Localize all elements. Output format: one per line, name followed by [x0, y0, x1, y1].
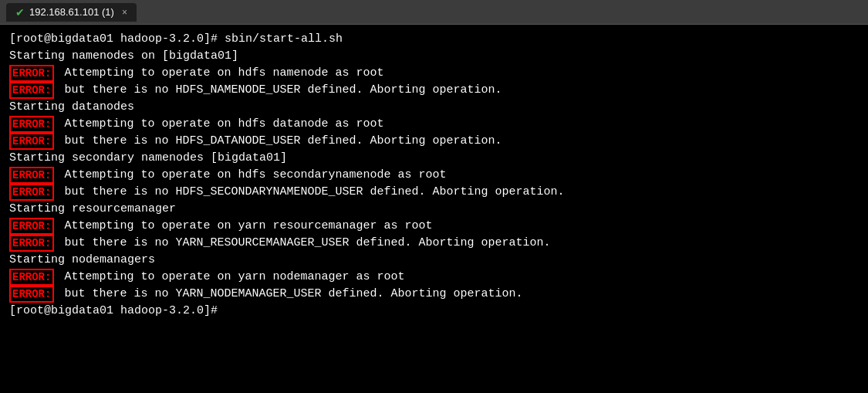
- error-badge: ERROR:: [9, 184, 54, 201]
- terminal-line: Starting nodemanagers: [9, 252, 859, 269]
- error-badge: ERROR:: [9, 235, 54, 252]
- terminal-line: Starting namenodes on [bigdata01]: [9, 48, 859, 65]
- error-message: Attempting to operate on hdfs datanode a…: [57, 116, 383, 133]
- error-badge: ERROR:: [9, 133, 54, 150]
- terminal-text: Starting secondary namenodes [bigdata01]: [9, 150, 287, 167]
- terminal-line: Starting datanodes: [9, 99, 859, 116]
- error-badge: ERROR:: [9, 218, 54, 235]
- terminal-line: ERROR: Attempting to operate on yarn nod…: [9, 269, 859, 286]
- terminal-line: ERROR: but there is no YARN_NODEMANAGER_…: [9, 286, 859, 303]
- error-badge: ERROR:: [9, 167, 54, 184]
- terminal-line: [root@bigdata01 hadoop-3.2.0]# sbin/star…: [9, 31, 859, 48]
- terminal-tab[interactable]: ✔ 192.168.61.101 (1) ×: [6, 3, 137, 22]
- title-bar: ✔ 192.168.61.101 (1) ×: [0, 0, 868, 25]
- error-badge: ERROR:: [9, 82, 54, 99]
- terminal-line: ERROR: but there is no HDFS_SECONDARYNAM…: [9, 184, 859, 201]
- error-message: Attempting to operate on hdfs namenode a…: [57, 65, 383, 82]
- terminal-line: [root@bigdata01 hadoop-3.2.0]#: [9, 303, 859, 320]
- terminal-text: Starting datanodes: [9, 99, 134, 116]
- error-badge: ERROR:: [9, 269, 54, 286]
- error-message: but there is no YARN_RESOURCEMANAGER_USE…: [57, 235, 550, 252]
- tab-label: 192.168.61.101 (1): [29, 6, 114, 18]
- terminal-text: Starting nodemanagers: [9, 252, 155, 269]
- terminal-line: ERROR: Attempting to operate on hdfs dat…: [9, 116, 859, 133]
- error-message: but there is no YARN_NODEMANAGER_USER de…: [57, 286, 522, 303]
- terminal-line: ERROR: Attempting to operate on hdfs nam…: [9, 65, 859, 82]
- terminal-line: ERROR: Attempting to operate on hdfs sec…: [9, 167, 859, 184]
- error-message: Attempting to operate on hdfs secondaryn…: [57, 167, 446, 184]
- error-message: but there is no HDFS_NAMENODE_USER defin…: [57, 82, 502, 99]
- terminal-line: ERROR: but there is no HDFS_NAMENODE_USE…: [9, 82, 859, 99]
- close-tab-button[interactable]: ×: [122, 7, 127, 18]
- terminal-line: Starting resourcemanager: [9, 201, 859, 218]
- error-badge: ERROR:: [9, 65, 54, 82]
- error-message: but there is no HDFS_SECONDARYNAMENODE_U…: [57, 184, 564, 201]
- error-message: but there is no HDFS_DATANODE_USER defin…: [57, 133, 502, 150]
- error-message: Attempting to operate on yarn nodemanage…: [57, 269, 404, 286]
- error-message: Attempting to operate on yarn resourcema…: [57, 218, 432, 235]
- terminal-line: ERROR: Attempting to operate on yarn res…: [9, 218, 859, 235]
- terminal-text: [root@bigdata01 hadoop-3.2.0]#: [9, 303, 218, 320]
- terminal-output: [root@bigdata01 hadoop-3.2.0]# sbin/star…: [0, 25, 868, 393]
- error-badge: ERROR:: [9, 286, 54, 303]
- terminal-text: [root@bigdata01 hadoop-3.2.0]# sbin/star…: [9, 31, 343, 48]
- error-badge: ERROR:: [9, 116, 54, 133]
- connection-status-icon: ✔: [15, 6, 25, 19]
- terminal-line: ERROR: but there is no HDFS_DATANODE_USE…: [9, 133, 859, 150]
- terminal-text: Starting namenodes on [bigdata01]: [9, 48, 238, 65]
- terminal-line: Starting secondary namenodes [bigdata01]: [9, 150, 859, 167]
- terminal-line: ERROR: but there is no YARN_RESOURCEMANA…: [9, 235, 859, 252]
- terminal-text: Starting resourcemanager: [9, 201, 176, 218]
